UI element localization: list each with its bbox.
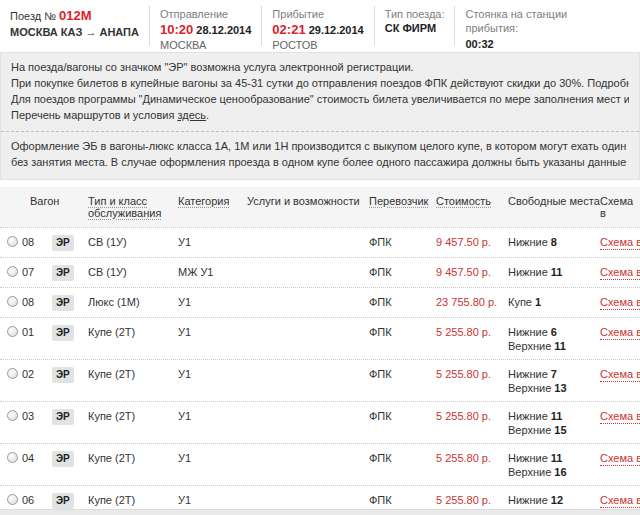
vagon-row: 04 ЭР Купе (2Т) У1 ФПК 5 255.80 р. Нижни… bbox=[0, 443, 640, 485]
vagon-type: Купе (2Т) bbox=[88, 325, 178, 339]
vagon-number: 08 bbox=[22, 235, 52, 249]
vagon-radio[interactable] bbox=[7, 410, 18, 421]
vagon-type: СВ (1У) bbox=[88, 265, 178, 279]
schema-link[interactable]: Схема в bbox=[600, 295, 640, 310]
er-badge-cell: ЭР bbox=[52, 295, 88, 311]
vagon-radio[interactable] bbox=[7, 326, 18, 337]
vagon-radio[interactable] bbox=[7, 266, 18, 277]
arrival-station: РОСТОВ bbox=[272, 39, 363, 51]
schema-link[interactable]: Схема в bbox=[600, 235, 640, 250]
vagon-row: 01 ЭР Купе (2Т) У1 ФПК 5 255.80 р. Нижни… bbox=[0, 317, 640, 359]
vagon-row: 03 ЭР Купе (2Т) У1 ФПК 5 255.80 р. Нижни… bbox=[0, 401, 640, 443]
train-type-label: Тип поезда: bbox=[385, 8, 445, 20]
seat-line: Нижние 11 bbox=[508, 265, 600, 279]
vagon-number: 02 bbox=[22, 367, 52, 381]
carrier: ФПК bbox=[369, 325, 436, 339]
schema-link[interactable]: Схема в bbox=[600, 451, 640, 466]
vagon-category: У1 bbox=[178, 367, 247, 381]
col-seats: Свободные места bbox=[508, 193, 600, 207]
train-route: МОСКВА КАЗ → АНАПА bbox=[10, 26, 139, 38]
er-badge: ЭР bbox=[52, 409, 74, 425]
vagon-row: 08 ЭР СВ (1У) У1 ФПК 9 457.50 р. Нижние … bbox=[0, 227, 640, 257]
er-badge: ЭР bbox=[52, 265, 74, 281]
vagon-number: 04 bbox=[22, 451, 52, 465]
schema-link[interactable]: Схема в bbox=[600, 325, 640, 340]
notice-dynamic-pricing: Для поездов программы "Динамическое цено… bbox=[11, 92, 629, 108]
seat-line: Верхние 15 bbox=[508, 423, 600, 437]
arrival-section: Прибытие 02:21 29.12.2014 РОСТОВ bbox=[261, 6, 373, 46]
vagon-radio[interactable] bbox=[7, 368, 18, 379]
schema-link[interactable]: Схема в bbox=[600, 367, 640, 382]
carrier: ФПК bbox=[369, 493, 436, 507]
stop-duration-label: Стоянка на станции прибытия: bbox=[465, 8, 575, 36]
price: 5 255.80 р. bbox=[436, 325, 508, 339]
vagon-row: 07 ЭР СВ (1У) МЖ У1 ФПК 9 457.50 р. Нижн… bbox=[0, 257, 640, 287]
col-carrier[interactable]: Перевозчик bbox=[369, 195, 428, 207]
vagon-radio-cell bbox=[0, 451, 22, 466]
routes-list-link[interactable]: здесь bbox=[177, 109, 206, 121]
departure-station: МОСКВА bbox=[160, 39, 251, 51]
departure-section: Отправление 10:20 28.12.2014 МОСКВА bbox=[149, 6, 261, 46]
arrival-label: Прибытие bbox=[272, 8, 363, 20]
col-type-class[interactable]: Тип и класс обслуживания bbox=[88, 195, 161, 219]
vagon-radio[interactable] bbox=[7, 236, 18, 247]
schema-cell: Схема в bbox=[600, 325, 640, 340]
seats-cell: Нижние 11Верхние 16 bbox=[508, 451, 600, 479]
notice-divider bbox=[1, 131, 639, 132]
train-type-section: Тип поезда: СК ФИРМ bbox=[374, 6, 455, 46]
train-number: 012М bbox=[59, 8, 92, 23]
col-price[interactable]: Стоимость bbox=[436, 195, 491, 207]
notice-routes: Перечень маршрутов и условия здесь. bbox=[11, 108, 629, 124]
vagon-radio[interactable] bbox=[7, 494, 18, 505]
vagon-radio-cell bbox=[0, 493, 22, 508]
col-schema: Схема в bbox=[600, 193, 640, 219]
vagon-category: У1 bbox=[178, 451, 247, 465]
vagon-category: У1 bbox=[178, 325, 247, 339]
vagon-type: Люкс (1М) bbox=[88, 295, 178, 309]
col-category[interactable]: Категория bbox=[178, 195, 229, 207]
train-type-value: СК ФИРМ bbox=[385, 22, 445, 34]
er-badge: ЭР bbox=[52, 493, 74, 509]
col-vagon: Вагон bbox=[0, 193, 88, 207]
vagon-table-header: Вагон Тип и класс обслуживания Категория… bbox=[0, 187, 640, 227]
notices-box: На поезда/вагоны со значком "ЭР" возможн… bbox=[0, 52, 640, 180]
vagon-number: 07 bbox=[22, 265, 52, 279]
vagon-radio-cell bbox=[0, 367, 22, 382]
er-badge: ЭР bbox=[52, 367, 74, 383]
seats-cell: Нижние 11 bbox=[508, 265, 600, 279]
vagon-radio-cell bbox=[0, 325, 22, 340]
carrier: ФПК bbox=[369, 295, 436, 309]
er-badge: ЭР bbox=[52, 451, 74, 467]
price: 5 255.80 р. bbox=[436, 451, 508, 465]
vagon-number: 08 bbox=[22, 295, 52, 309]
schema-cell: Схема в bbox=[600, 493, 640, 508]
vagon-type: Купе (2Т) bbox=[88, 451, 178, 465]
er-badge: ЭР bbox=[52, 235, 74, 251]
arrival-date: 29.12.2014 bbox=[309, 24, 364, 36]
schema-link[interactable]: Схема в bbox=[600, 409, 640, 424]
er-badge-cell: ЭР bbox=[52, 451, 88, 467]
vagon-category: У1 bbox=[178, 295, 247, 309]
vagon-row: 02 ЭР Купе (2Т) У1 ФПК 5 255.80 р. Нижни… bbox=[0, 359, 640, 401]
notice-lux-2: без занятия места. В случае оформления п… bbox=[11, 155, 629, 171]
price: 5 255.80 р. bbox=[436, 493, 508, 507]
seat-line: Нижние 8 bbox=[508, 235, 600, 249]
vagon-category: У1 bbox=[178, 409, 247, 423]
carrier: ФПК bbox=[369, 235, 436, 249]
vagon-radio[interactable] bbox=[7, 296, 18, 307]
seat-line: Верхние 11 bbox=[508, 339, 600, 353]
seat-line: Нижние 12 bbox=[508, 493, 600, 507]
schema-link[interactable]: Схема в bbox=[600, 493, 640, 508]
schema-cell: Схема в bbox=[600, 367, 640, 382]
vagon-radio[interactable] bbox=[7, 452, 18, 463]
schema-link[interactable]: Схема в bbox=[600, 265, 640, 280]
stop-duration-section: Стоянка на станции прибытия: 00:32 bbox=[454, 6, 585, 46]
price: 9 457.50 р. bbox=[436, 265, 508, 279]
er-badge-cell: ЭР bbox=[52, 493, 88, 509]
vagon-number: 06 bbox=[22, 493, 52, 507]
er-badge-cell: ЭР bbox=[52, 367, 88, 383]
er-badge: ЭР bbox=[52, 295, 74, 311]
vagon-radio-cell bbox=[0, 235, 22, 250]
seat-line: Нижние 6 bbox=[508, 325, 600, 339]
seats-cell: Купе 1 bbox=[508, 295, 600, 309]
